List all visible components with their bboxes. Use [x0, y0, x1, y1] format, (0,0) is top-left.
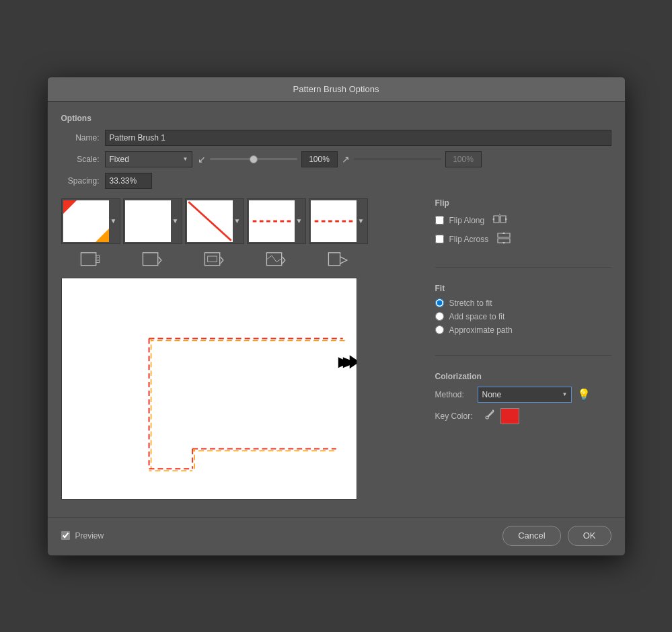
name-label: Name:	[61, 133, 105, 143]
main-content: ▼ ▼	[61, 198, 611, 500]
icon-btn-4[interactable]	[247, 248, 306, 272]
stretch-radio[interactable]	[435, 299, 444, 307]
approximate-label: Approximate path	[449, 325, 513, 335]
stretch-row: Stretch to fit	[435, 299, 611, 308]
key-color-row: Key Color:	[435, 408, 611, 424]
slider-max-icon: ↗	[342, 154, 350, 165]
left-panel: ▼ ▼	[61, 198, 424, 500]
scale-select[interactable]: Fixed Proportional Random	[105, 151, 192, 167]
tile-arrow-4[interactable]: ▼	[295, 217, 304, 225]
flip-along-label: Flip Along	[449, 216, 485, 225]
svg-rect-10	[143, 252, 157, 265]
scale-slider-disabled	[354, 158, 441, 160]
tile-button-3[interactable]: ▼	[185, 198, 244, 244]
preview-canvas	[61, 278, 357, 500]
icon-btn-3[interactable]	[185, 248, 244, 272]
flip-across-label: Flip Across	[449, 235, 489, 244]
svg-rect-15	[62, 278, 356, 499]
icon-row	[61, 248, 424, 272]
divider-1	[435, 267, 611, 268]
eyedropper-icon[interactable]	[484, 409, 495, 422]
approximate-radio[interactable]	[435, 325, 444, 334]
tile-icon-5	[328, 252, 349, 268]
name-input[interactable]	[105, 130, 611, 146]
colorization-section: Colorization Method: None Tints Tints an…	[435, 372, 611, 424]
svg-line-39	[488, 416, 488, 417]
flip-along-checkbox[interactable]	[435, 216, 444, 225]
tile-icon-3	[204, 252, 225, 268]
scale-slider[interactable]	[210, 158, 297, 160]
flip-along-row: Flip Along	[435, 213, 611, 228]
corner-yellow-br	[96, 229, 109, 242]
key-color-swatch[interactable]	[500, 408, 519, 424]
colorization-title: Colorization	[435, 372, 611, 381]
flip-section: Flip Flip Along	[435, 198, 611, 251]
flip-across-row: Flip Across	[435, 232, 611, 247]
spacing-input[interactable]	[105, 173, 152, 189]
tile2-inner	[125, 200, 171, 242]
add-space-radio[interactable]	[435, 312, 444, 321]
tile-icon-4	[266, 252, 287, 268]
right-panel: Flip Flip Along	[435, 198, 611, 500]
tile-button-5[interactable]: ▼	[309, 198, 368, 244]
flip-across-icon	[496, 232, 511, 247]
slider-min-icon: ↙	[198, 154, 206, 165]
icon-btn-1[interactable]	[61, 248, 120, 272]
method-select-wrapper: None Tints Tints and Shades Hue Shift	[478, 387, 572, 403]
tile3-svg	[187, 200, 233, 242]
preview-checkbox[interactable]	[61, 531, 70, 540]
flip-title: Flip	[435, 198, 611, 208]
approx-row: Approximate path	[435, 325, 611, 335]
tile-button-2[interactable]: ▼	[123, 198, 182, 244]
tile-content-4	[249, 200, 295, 242]
lightbulb-icon[interactable]: 💡	[577, 388, 591, 401]
tile4-svg	[249, 200, 295, 242]
svg-rect-6	[81, 252, 96, 265]
key-color-label: Key Color:	[435, 411, 479, 421]
method-select[interactable]: None Tints Tints and Shades Hue Shift	[478, 387, 572, 403]
flip-along-icon	[492, 213, 507, 228]
scale-percent-disabled	[445, 151, 482, 167]
scale-percent-input[interactable]	[301, 151, 338, 167]
tile5-svg	[311, 200, 357, 242]
icon-btn-2[interactable]	[123, 248, 182, 272]
preview-row: Preview	[61, 531, 104, 541]
tile-content-5	[311, 200, 357, 242]
options-section-label: Options	[61, 114, 611, 123]
scale-label: Scale:	[61, 155, 105, 164]
svg-rect-14	[328, 252, 340, 265]
svg-marker-30	[500, 216, 506, 223]
svg-rect-7	[96, 255, 99, 262]
tile-button-1[interactable]: ▼	[61, 198, 120, 244]
spacing-label: Spacing:	[61, 176, 105, 186]
tile-arrow-3[interactable]: ▼	[233, 217, 242, 225]
scale-row: Scale: Fixed Proportional Random ↙ ↗	[61, 151, 611, 167]
tile-content-2	[125, 200, 171, 242]
flip-across-checkbox[interactable]	[435, 235, 444, 243]
stretch-label: Stretch to fit	[449, 299, 492, 308]
method-row: Method: None Tints Tints and Shades Hue …	[435, 387, 611, 403]
tile-row: ▼ ▼	[61, 198, 424, 244]
tile-arrow-5[interactable]: ▼	[357, 217, 366, 225]
tile-arrow-2[interactable]: ▼	[171, 217, 180, 225]
cancel-button[interactable]: Cancel	[502, 526, 560, 546]
add-space-label: Add space to fit	[449, 312, 505, 321]
svg-rect-11	[204, 252, 219, 265]
spacing-row: Spacing:	[61, 173, 611, 189]
icon-btn-5[interactable]	[309, 248, 368, 272]
footer-buttons: Cancel OK	[502, 526, 611, 546]
scale-select-wrapper: Fixed Proportional Random	[105, 151, 192, 167]
ok-button[interactable]: OK	[568, 526, 611, 546]
scale-slider-section: ↙ ↗	[198, 151, 611, 167]
divider-2	[435, 355, 611, 356]
name-row: Name:	[61, 130, 611, 146]
svg-rect-12	[207, 256, 217, 262]
tile-arrow-1[interactable]: ▼	[109, 217, 118, 225]
preview-label: Preview	[75, 531, 104, 541]
add-space-row: Add space to fit	[435, 312, 611, 321]
pattern-brush-options-dialog: Pattern Brush Options Options Name: Scal…	[47, 77, 626, 556]
tile-button-4[interactable]: ▼	[247, 198, 306, 244]
fit-title: Fit	[435, 284, 611, 293]
title-bar: Pattern Brush Options	[48, 77, 625, 102]
tile-content-1	[63, 200, 109, 242]
